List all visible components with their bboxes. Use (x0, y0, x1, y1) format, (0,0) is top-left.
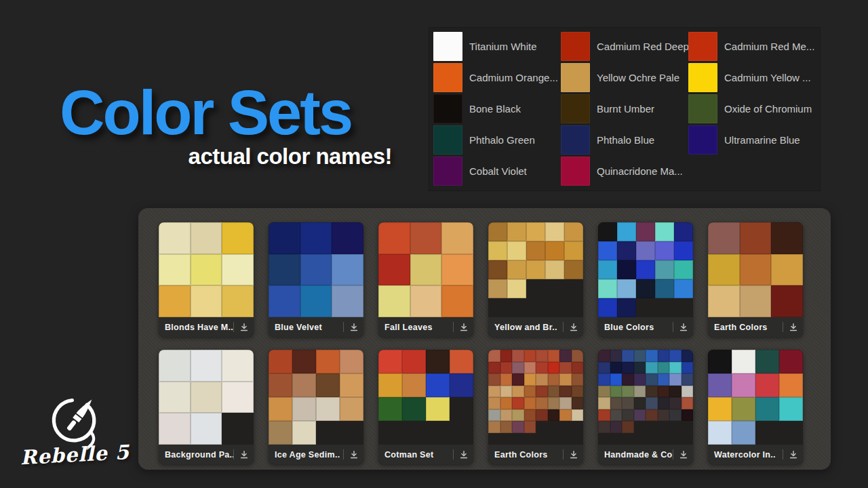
color-list-item[interactable]: Cadmium Yellow ... (688, 62, 816, 93)
swatch-cell (617, 222, 636, 241)
swatch-cell (674, 241, 693, 260)
swatch-cell (634, 409, 646, 422)
set-name-label: Ice Age Sedim.. (275, 450, 343, 460)
swatch-cell (740, 285, 772, 317)
download-button[interactable] (344, 317, 363, 337)
color-set-card[interactable]: Cotman Set (378, 350, 473, 464)
download-button[interactable] (564, 317, 583, 337)
swatch-cell (524, 362, 536, 374)
swatch-cell (548, 397, 560, 409)
download-icon (239, 323, 249, 332)
swatch-cell (512, 373, 524, 386)
color-set-card[interactable]: Blue Velvet (269, 222, 363, 337)
swatch-cell (159, 285, 191, 317)
swatch-cell (191, 413, 222, 445)
color-list-item[interactable]: Cadmium Orange... (433, 62, 561, 93)
color-list-item[interactable]: Phthalo Blue (561, 124, 688, 155)
swatch-cell (332, 285, 363, 317)
swatch-cell (682, 397, 694, 409)
color-set-card[interactable]: Blonds Have M.. (159, 222, 254, 337)
swatch-cell (634, 386, 646, 398)
download-button[interactable] (783, 317, 803, 337)
swatch-cell (441, 222, 473, 254)
swatch-cell (536, 409, 548, 422)
download-button[interactable] (564, 445, 583, 464)
swatch-cell (771, 254, 803, 286)
swatch-cell (622, 362, 634, 374)
color-set-card[interactable]: Watercolor In.. (708, 350, 803, 464)
swatch-cell (610, 350, 623, 362)
swatch-cell (545, 222, 564, 241)
swatch-cell (655, 241, 674, 260)
swatch-cell (708, 397, 732, 421)
swatch-cell (634, 362, 646, 374)
swatch-cell (524, 397, 536, 409)
swatch-cell (740, 222, 772, 254)
swatch-grid (269, 222, 363, 317)
download-button[interactable] (454, 317, 473, 337)
color-set-card[interactable]: Yellow and Br.. (488, 222, 583, 337)
swatch-cell (488, 222, 507, 241)
color-set-card[interactable]: Ice Age Sedim.. (269, 350, 363, 464)
set-name-label: Blonds Have M.. (165, 323, 233, 332)
download-button[interactable] (344, 445, 363, 464)
card-label-bar: Yellow and Br.. (488, 317, 583, 337)
swatch-grid (378, 222, 473, 317)
swatch-cell (512, 386, 524, 398)
color-list-item[interactable]: Cobalt Violet (433, 155, 561, 186)
swatch-cell (622, 373, 634, 386)
color-set-card[interactable]: Background Pa.. (159, 350, 254, 464)
color-set-card[interactable]: Blue Colors (598, 222, 693, 337)
swatch-cell (669, 373, 682, 386)
color-swatch (688, 94, 717, 123)
swatch-cell (655, 222, 674, 241)
color-list-item[interactable]: Cadmium Red Me... (688, 30, 816, 62)
swatch-cell (564, 241, 583, 260)
swatch-cell (598, 241, 617, 260)
color-swatch (561, 32, 590, 61)
page-title: Color Sets (60, 81, 351, 144)
download-button[interactable] (783, 445, 803, 464)
color-list-item[interactable]: Burnt Umber (561, 93, 688, 124)
swatch-cell (526, 241, 545, 260)
color-set-card[interactable]: Fall Leaves (378, 222, 473, 337)
color-list-item[interactable]: Yellow Ochre Pale (561, 62, 688, 93)
swatch-cell (646, 373, 658, 386)
card-label-bar: Blue Colors (598, 317, 693, 337)
color-list-item[interactable]: Cadmium Red Deep (561, 30, 688, 62)
swatch-cell (559, 397, 572, 409)
color-list-item[interactable]: Bone Black (433, 93, 561, 124)
color-set-card[interactable]: Earth Colors (708, 222, 803, 337)
swatch-cell (500, 362, 513, 374)
swatch-grid (488, 350, 583, 445)
swatch-cell (316, 350, 340, 373)
download-button[interactable] (673, 317, 693, 337)
color-swatch (433, 94, 462, 123)
download-icon (459, 323, 469, 332)
set-name-label: Background Pa.. (165, 450, 233, 460)
color-set-card[interactable]: Earth Colors (488, 350, 583, 464)
swatch-cell (682, 362, 694, 374)
download-button[interactable] (673, 445, 693, 464)
swatch-cell (488, 386, 500, 398)
color-name-label: Titanium White (469, 41, 536, 52)
swatch-cell (488, 279, 507, 298)
swatch-cell (512, 362, 524, 374)
swatch-cell (548, 362, 560, 374)
swatch-cell (610, 409, 623, 422)
color-name-label: Cadmium Red Me... (724, 41, 814, 52)
swatch-cell (732, 397, 755, 421)
color-list-item[interactable]: Titanium White (433, 30, 561, 62)
swatch-cell (269, 421, 292, 445)
color-set-card[interactable]: Handmade & Co.. (598, 350, 693, 464)
download-button[interactable] (234, 317, 254, 337)
download-button[interactable] (234, 445, 254, 464)
color-list-item[interactable]: Quinacridone Ma... (561, 155, 688, 186)
swatch-cell (536, 397, 548, 409)
download-button[interactable] (454, 445, 473, 464)
color-list-item[interactable]: Oxide of Chromium (688, 93, 816, 124)
set-name-label: Handmade & Co.. (604, 450, 673, 460)
color-list-item[interactable]: Phthalo Green (433, 124, 561, 155)
color-list-item[interactable]: Ultramarine Blue (688, 124, 816, 155)
swatch-cell (410, 285, 442, 317)
